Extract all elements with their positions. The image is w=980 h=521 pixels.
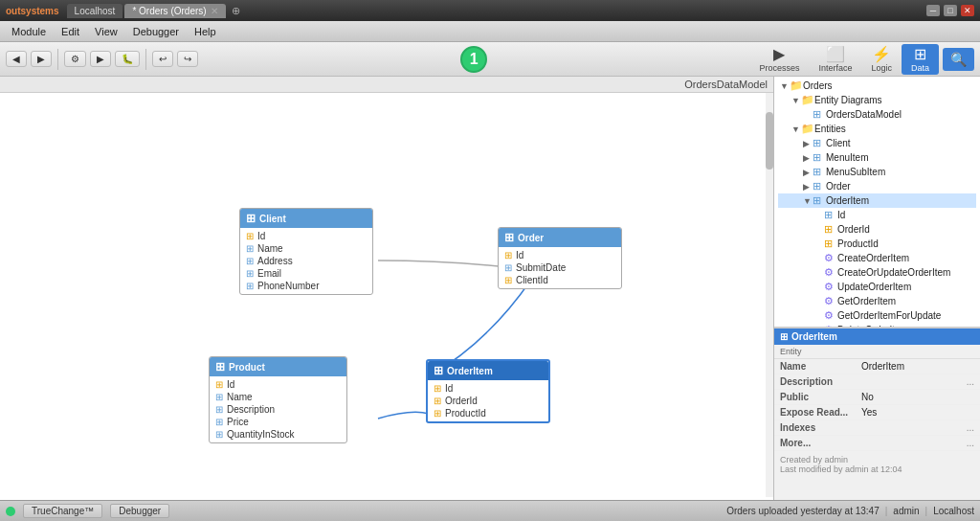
truchange-button[interactable]: TrueChange™ (23, 504, 102, 518)
tree-item-ordersmodel[interactable]: ⊞ OrdersDataModel (778, 107, 976, 122)
field-icon: ⊞ (504, 262, 512, 273)
field-icon: ⊞ (246, 268, 254, 279)
processes-icon: ▶ (773, 46, 785, 63)
step-badge: 1 (460, 46, 487, 73)
tab-localhost[interactable]: Localhost (67, 4, 123, 18)
props-row-name: Name OrderItem (774, 359, 980, 374)
tree-item-create[interactable]: ⚙ CreateOrderItem (778, 251, 976, 265)
entity-grid-icon: ⊞ (504, 231, 514, 244)
tree-item-oi-productid[interactable]: ⊞ ProductId (778, 237, 976, 251)
entity-icon: ⊞ (813, 151, 826, 164)
tree-item-oi-orderid[interactable]: ⊞ OrderId (778, 222, 976, 237)
debug-button[interactable]: 🐛 (115, 51, 140, 67)
processes-icon-btn[interactable]: ▶ Processes (749, 44, 809, 75)
search-button[interactable]: 🔍 (943, 48, 974, 71)
truchange-indicator (6, 507, 15, 516)
tree-item-client[interactable]: ▶ ⊞ Client (778, 136, 976, 150)
undo-button[interactable]: ↩ (152, 51, 173, 67)
tree-item-entity-diagrams[interactable]: ▼ 📁 Entity Diagrams (778, 93, 976, 107)
props-row-indexes: Indexes ... (774, 420, 980, 436)
tree-arrow: ▼ (791, 96, 801, 105)
data-icon-btn[interactable]: ⊞ Data (902, 44, 939, 75)
tree-item-menusubitem[interactable]: ▶ ⊞ MenuSubItem (778, 165, 976, 179)
redo-button[interactable]: ↪ (177, 51, 198, 67)
field-row: ⊞SubmitDate (499, 261, 621, 274)
props-description-dots[interactable]: ... (967, 376, 974, 387)
tree-item-oi-id[interactable]: ⊞ Id (778, 208, 976, 222)
field-row: ⊞Id (240, 230, 372, 242)
interface-icon-btn[interactable]: ⬜ Interface (809, 44, 861, 75)
fk-icon: ⊞ (504, 275, 512, 285)
settings-button[interactable]: ⚙ (64, 51, 86, 67)
tree-item-getforupdate[interactable]: ⚙ GetOrderItemForUpdate (778, 308, 976, 323)
order-entity[interactable]: ⊞ Order ⊞Id ⊞SubmitDate ⊞ClientId (498, 227, 622, 289)
canvas-scrollbar[interactable] (766, 93, 773, 497)
minimize-button[interactable]: ─ (926, 5, 940, 16)
props-row-more[interactable]: More... ... (774, 436, 980, 451)
field-icon: ⊞ (246, 256, 254, 266)
back-button[interactable]: ◀ (6, 51, 27, 67)
field-icon: ⊞ (215, 404, 223, 415)
canvas-header: OrdersDataModel (0, 77, 773, 93)
status-sep-1: | (885, 506, 888, 516)
main-content: OrdersDataModel ⊞ Client ⊞Id ⊞Na (0, 77, 980, 500)
menu-edit[interactable]: Edit (54, 24, 87, 39)
menubar: Module Edit View Debugger Help (0, 21, 980, 42)
menu-help[interactable]: Help (187, 24, 224, 39)
tree-item-entities[interactable]: ▼ 📁 Entities (778, 122, 976, 136)
field-row: ⊞OrderId (428, 395, 548, 407)
tree-item-menuitem[interactable]: ▶ ⊞ MenuItem (778, 150, 976, 165)
key-icon: ⊞ (434, 383, 441, 394)
client-entity[interactable]: ⊞ Client ⊞Id ⊞Name ⊞Address ⊞Email ⊞Phon… (239, 208, 373, 295)
field-icon: ⊞ (824, 209, 837, 221)
status-sep-2: | (925, 506, 928, 516)
client-entity-header: ⊞ Client (240, 209, 372, 228)
field-row: ⊞QuantityInStock (210, 428, 346, 441)
tab-add-icon[interactable]: ⊕ (232, 5, 240, 17)
debugger-button[interactable]: Debugger (110, 504, 169, 518)
tab-close-icon[interactable]: ✕ (211, 6, 218, 16)
tree-item-get[interactable]: ⚙ GetOrderItem (778, 294, 976, 308)
entity-grid-icon: ⊞ (246, 212, 256, 225)
field-row: ⊞Name (210, 391, 346, 403)
close-button[interactable]: ✕ (961, 5, 974, 16)
props-sub-header: Entity (774, 345, 980, 359)
action-icon: ⚙ (824, 266, 837, 279)
tab-orders[interactable]: * Orders (Orders) ✕ (124, 4, 225, 18)
maximize-button[interactable]: □ (944, 5, 957, 16)
forward-button[interactable]: ▶ (31, 51, 52, 67)
props-more-dots[interactable]: ... (967, 438, 974, 448)
tree-arrow: ▼ (791, 125, 801, 134)
tree-item-update[interactable]: ⚙ UpdateOrderItem (778, 280, 976, 294)
props-indexes-dots[interactable]: ... (967, 422, 974, 433)
toolbar-center: 1 (202, 46, 746, 73)
tree-panel[interactable]: ▼ 📁 Orders ▼ 📁 Entity Diagrams ⊞ Order (774, 77, 980, 328)
key-icon: ⊞ (246, 231, 254, 241)
right-panel: ▼ 📁 Orders ▼ 📁 Entity Diagrams ⊞ Order (774, 77, 980, 500)
run-button[interactable]: ▶ (90, 51, 111, 67)
folder-icon: 📁 (801, 94, 814, 106)
titlebar: outsystems Localhost * Orders (Orders) ✕… (0, 0, 980, 21)
tree-item-orders[interactable]: ▼ 📁 Orders (778, 79, 976, 93)
logic-icon-btn[interactable]: ⚡ Logic (861, 44, 902, 75)
field-row: ⊞Address (240, 255, 372, 267)
menu-view[interactable]: View (87, 24, 125, 39)
field-icon: ⊞ (215, 417, 223, 427)
canvas[interactable]: OrdersDataModel ⊞ Client ⊞Id ⊞Na (0, 77, 774, 500)
tree-item-orderitem[interactable]: ▼ ⊞ OrderItem (778, 193, 976, 208)
entity-icon: ⊞ (813, 180, 826, 193)
key-icon: ⊞ (215, 379, 223, 390)
menu-debugger[interactable]: Debugger (125, 24, 187, 39)
props-row-description: Description ... (774, 374, 980, 390)
toolbar-sep-1 (57, 49, 58, 70)
field-icon: ⊞ (215, 429, 223, 440)
diagram-icon: ⊞ (813, 108, 826, 121)
product-entity-header: ⊞ Product (210, 357, 346, 376)
interface-icon: ⬜ (826, 46, 845, 63)
tree-arrow: ▼ (780, 81, 790, 91)
tree-item-createorupdate[interactable]: ⚙ CreateOrUpdateOrderItem (778, 265, 976, 280)
product-entity[interactable]: ⊞ Product ⊞Id ⊞Name ⊞Description ⊞Price … (209, 356, 347, 443)
tree-item-order[interactable]: ▶ ⊞ Order (778, 179, 976, 193)
menu-module[interactable]: Module (4, 24, 54, 39)
orderitem-entity[interactable]: ⊞ OrderItem ⊞Id ⊞OrderId ⊞ProductId (426, 359, 550, 423)
